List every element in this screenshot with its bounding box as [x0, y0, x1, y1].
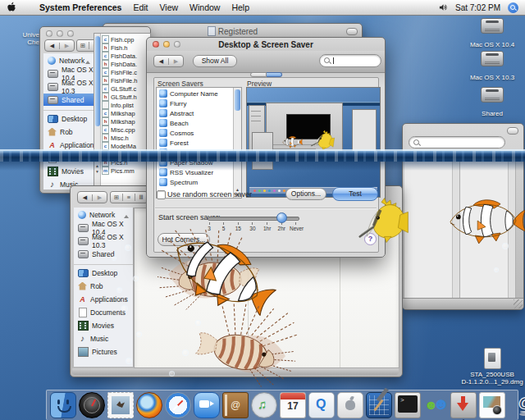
menu-clock[interactable]: Sat 7:02 PM	[455, 3, 500, 12]
file-type-icon	[102, 101, 109, 109]
file-row-Info.plist[interactable]: Info.plist	[101, 101, 150, 109]
back-forward-control[interactable]: ◀ ▶	[153, 55, 184, 67]
screen-saver-row[interactable]: Computer Name	[157, 89, 234, 98]
file-row-Fish.h[interactable]: Fish.h	[101, 43, 150, 52]
dock-mac-os-x[interactable]	[337, 392, 363, 418]
scrollbar[interactable]: ▲▼	[233, 88, 241, 198]
sidebar-item[interactable]: Pictures	[74, 345, 133, 358]
sidebar-item[interactable]: Rob	[43, 126, 94, 138]
use-random-checkbox[interactable]	[157, 190, 166, 199]
screen-saver-row[interactable]: Spectrum	[157, 177, 234, 187]
back-forward-control[interactable]: ◀▶	[77, 191, 107, 203]
dock-safari[interactable]	[165, 392, 191, 418]
dock-iphoto[interactable]	[479, 392, 505, 418]
file-row-Misc.h[interactable]: Misc.h	[101, 134, 150, 142]
close-button[interactable]	[46, 30, 52, 37]
dock-mail[interactable]	[107, 392, 134, 418]
scrollbar-thumb[interactable]	[95, 36, 100, 126]
dock-xcode[interactable]	[366, 392, 392, 418]
volume-icon[interactable]	[439, 3, 448, 11]
menu-item[interactable]: Help	[231, 2, 249, 12]
screen-saver-row[interactable]: Cosmos	[157, 128, 234, 138]
sidebar-item[interactable]: Music	[74, 332, 133, 345]
menu-item[interactable]: View	[160, 2, 179, 12]
sidebar-item[interactable]: Applications	[74, 293, 133, 305]
dock-quicktime[interactable]	[308, 392, 335, 418]
back-forward-control[interactable]: ◀▶	[44, 39, 75, 52]
file-row-GLStuff.c[interactable]: GLStuff.c	[101, 84, 150, 93]
file-type-icon	[102, 76, 109, 84]
screen-saver-row[interactable]: Flurry	[157, 98, 234, 108]
search-field[interactable]	[409, 136, 505, 148]
desktop-volume[interactable]: Mac OS X 10.3	[464, 51, 520, 83]
dock-itunes[interactable]	[251, 392, 277, 418]
dock-terminal[interactable]	[395, 392, 421, 418]
window-footer	[403, 298, 523, 309]
sidebar-item[interactable]: Desktop	[74, 264, 133, 279]
file-row-Fish.cpp[interactable]: Fish.cpp	[101, 35, 150, 43]
scrollbar-thumb[interactable]	[235, 89, 240, 111]
xcode-file-list[interactable]: ▲ ▼ Fish.cpp Fish.h FishData. FishData. …	[94, 33, 151, 195]
minimize-button[interactable]	[57, 30, 63, 37]
search-field[interactable]	[319, 54, 381, 67]
file-row-FishFile.h[interactable]: FishFile.h	[101, 76, 150, 84]
dock-ical[interactable]: 17	[280, 392, 306, 418]
view-mode-control[interactable]: ⊞≡Ⅲ	[110, 191, 148, 203]
desktop-dmg-file[interactable]: STA_2500USB D-1.1.2.0...1_29.dmg	[459, 348, 525, 386]
file-type-icon	[102, 134, 109, 142]
desktop-icon-label-partial[interactable]: Unive Che	[8, 31, 39, 46]
desktop-volume[interactable]: Shared	[464, 87, 520, 119]
screen-saver-icon	[159, 119, 167, 127]
file-row-Misc.cpp[interactable]: Misc.cpp	[101, 126, 150, 134]
sidebar-item-icon	[78, 321, 89, 331]
sidebar-item[interactable]: Shared	[43, 94, 94, 106]
tab[interactable]	[250, 72, 267, 77]
screen-saver-icon	[159, 89, 167, 98]
sidebar-item[interactable]: Mac OS X 10.3	[74, 235, 133, 247]
desktop-volume[interactable]: Mac OS X 10.4	[464, 18, 520, 50]
dock-address-book[interactable]	[222, 392, 249, 418]
options-button[interactable]: Options...	[285, 188, 326, 200]
toolbar-toggle-button[interactable]	[346, 28, 358, 35]
file-row-FishFile.c[interactable]: FishFile.c	[101, 68, 150, 76]
toolbar-toggle-button[interactable]	[507, 127, 518, 135]
sidebar-item[interactable]: Movies	[74, 319, 133, 331]
resize-grip[interactable]	[514, 299, 523, 308]
file-row-Milkshap[interactable]: Milkshap	[101, 117, 150, 126]
file-row-FishData.[interactable]: FishData.	[101, 52, 150, 60]
sidebar-item[interactable]: Documents	[74, 306, 133, 318]
sidebar-item[interactable]: Rob	[74, 280, 133, 292]
start-slider-thumb[interactable]	[276, 212, 287, 223]
dock-dashboard[interactable]	[79, 392, 105, 418]
menu-item[interactable]: Window	[189, 2, 220, 12]
show-all-button[interactable]: Show All	[193, 55, 237, 67]
screen-saver-preferences-window[interactable]: Desktop & Screen Saver ◀ ▶ Show All Scre…	[146, 37, 386, 258]
dock-installer[interactable]	[450, 392, 477, 418]
file-row-GLStuff.h[interactable]: GLStuff.h	[101, 93, 150, 101]
dock-finder[interactable]	[50, 392, 76, 418]
butterflyfish	[357, 190, 411, 249]
sidebar-item[interactable]: Shared	[74, 248, 133, 260]
window-title: Desktop & Screen Saver	[147, 40, 385, 49]
dock-at-link[interactable]	[514, 393, 525, 418]
screen-saver-row[interactable]: Beach	[157, 118, 234, 128]
dock-apps: 17	[50, 392, 505, 418]
spotlight-icon[interactable]	[508, 2, 518, 13]
menu-item[interactable]: Edit	[133, 2, 148, 12]
menu-item[interactable]: System Preferences	[39, 2, 121, 12]
search-icon	[413, 139, 419, 145]
zoom-button[interactable]	[67, 30, 74, 37]
apple-menu-icon[interactable]	[7, 2, 16, 13]
sidebar-item[interactable]: Desktop	[43, 110, 94, 125]
dock-msn-messenger[interactable]	[423, 393, 448, 418]
tab[interactable]	[267, 72, 282, 77]
file-row-FishData.[interactable]: FishData.	[101, 60, 150, 68]
dock-firefox[interactable]	[136, 392, 162, 418]
screen-saver-list[interactable]: Computer Name Flurry Abstract Beach Cosm…	[156, 87, 242, 199]
screen-saver-row[interactable]: Forest	[157, 138, 234, 148]
dock-ichat[interactable]	[194, 392, 220, 418]
sidebar-item[interactable]: Mac OS X 10.3	[43, 80, 94, 93]
clownfish-mini	[281, 135, 303, 148]
file-row-Milkshap[interactable]: Milkshap	[101, 109, 150, 117]
screen-saver-row[interactable]: Abstract	[157, 108, 234, 118]
